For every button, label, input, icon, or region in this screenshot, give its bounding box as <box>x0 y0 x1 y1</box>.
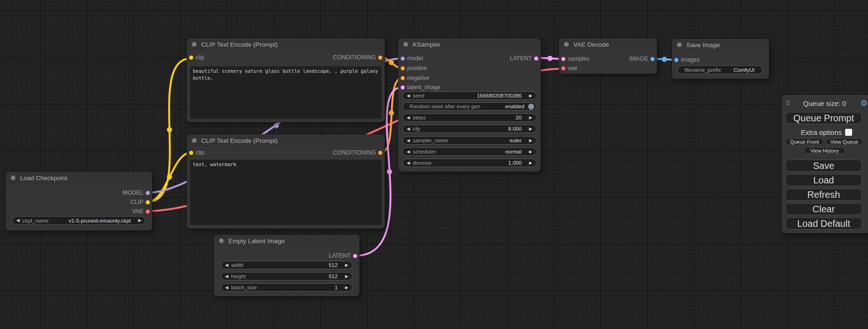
node-ksampler[interactable]: KSampler model positive negative latent_… <box>398 38 541 172</box>
input-port-positive: positive <box>398 63 427 73</box>
widget-label: ckpt_name <box>22 218 49 224</box>
model-port-dot[interactable] <box>401 56 405 61</box>
increment-arrow-icon[interactable]: ▶ <box>138 218 141 223</box>
clear-button[interactable]: Clear <box>785 203 862 215</box>
node-graph-canvas[interactable]: Load Checkpoint MODEL CLIP VAE ◀ ckpt_na… <box>0 0 868 329</box>
node-title-bar[interactable]: CLIP Text Encode (Prompt) <box>187 134 385 147</box>
filename-prefix-widget[interactable]: filename_prefix ComfyUI <box>677 65 762 74</box>
increment-arrow-icon[interactable]: ▶ <box>345 286 348 290</box>
node-title: CLIP Text Encode (Prompt) <box>201 41 278 48</box>
decrement-arrow-icon[interactable]: ◀ <box>407 161 410 165</box>
toggle-knob-icon[interactable] <box>528 104 534 110</box>
decrement-arrow-icon[interactable]: ◀ <box>407 116 410 120</box>
settings-gear-icon[interactable]: ⚙ <box>861 99 868 107</box>
seed-widget[interactable]: ◀ seed 156680208700286 ▶ <box>402 91 536 100</box>
collapse-dot-icon[interactable] <box>403 42 408 47</box>
decrement-arrow-icon[interactable]: ◀ <box>407 127 410 131</box>
latent-port-dot[interactable] <box>561 57 565 61</box>
node-title-bar[interactable]: CLIP Text Encode (Prompt) <box>187 38 385 50</box>
height-widget[interactable]: ◀ height 512 ▶ <box>221 272 353 280</box>
increment-arrow-icon[interactable]: ▶ <box>529 127 532 131</box>
node-title-bar[interactable]: VAE Decode <box>559 38 657 50</box>
widget-label: scheduler <box>413 149 436 154</box>
vae-port-dot[interactable] <box>146 210 150 214</box>
node-clip-text-encode-positive[interactable]: CLIP Text Encode (Prompt) clip CONDITION… <box>187 38 385 122</box>
model-port-dot[interactable] <box>146 191 150 195</box>
refresh-button[interactable]: Refresh <box>785 189 862 201</box>
button-label: View History <box>811 148 839 154</box>
collapse-dot-icon[interactable] <box>11 175 15 180</box>
collapse-dot-icon[interactable] <box>219 238 224 243</box>
node-load-checkpoint[interactable]: Load Checkpoint MODEL CLIP VAE ◀ ckpt_na… <box>6 172 152 231</box>
extra-options-checkbox[interactable] <box>845 129 852 136</box>
image-port-dot[interactable] <box>650 57 655 61</box>
vae-port-dot[interactable] <box>561 66 565 70</box>
queue-prompt-button[interactable]: Queue Prompt <box>785 112 862 124</box>
increment-arrow-icon[interactable]: ▶ <box>529 161 532 165</box>
clip-port-dot[interactable] <box>189 151 193 155</box>
decrement-arrow-icon[interactable]: ◀ <box>16 218 20 223</box>
load-button[interactable]: Load <box>785 174 862 186</box>
node-save-image[interactable]: Save Image images filename_prefix ComfyU… <box>672 39 769 79</box>
node-title-bar[interactable]: Save Image <box>672 39 769 51</box>
cfg-widget[interactable]: ◀ cfg 8.000 ▶ <box>402 125 536 133</box>
ckpt-name-widget[interactable]: ◀ ckpt_name v1-5-pruned-emaonly.ckpt ▶ <box>12 216 146 225</box>
increment-arrow-icon[interactable]: ▶ <box>345 263 348 267</box>
decrement-arrow-icon[interactable]: ◀ <box>407 94 410 98</box>
decrement-arrow-icon[interactable]: ◀ <box>225 274 228 279</box>
port-label: CONDITIONING <box>333 149 376 156</box>
conditioning-port-dot[interactable] <box>378 56 382 60</box>
decrement-arrow-icon[interactable]: ◀ <box>225 263 228 267</box>
decrement-arrow-icon[interactable]: ◀ <box>407 150 410 154</box>
node-empty-latent-image[interactable]: Empty Latent Image LATENT ◀ width 512 ▶ … <box>214 235 360 296</box>
node-title-bar[interactable]: Load Checkpoint <box>6 172 152 184</box>
batch-size-widget[interactable]: ◀ batch_size 1 ▶ <box>221 283 353 292</box>
clip-port-dot[interactable] <box>146 200 150 204</box>
denoise-widget[interactable]: ◀ denoise 1.000 ▶ <box>402 159 536 167</box>
positive-prompt-textarea[interactable]: beautiful scenery nature glass bottle la… <box>190 66 381 119</box>
link-dot <box>387 169 392 175</box>
decrement-arrow-icon[interactable]: ◀ <box>225 286 228 290</box>
node-clip-text-encode-negative[interactable]: CLIP Text Encode (Prompt) clip CONDITION… <box>187 134 385 229</box>
widget-value: 1 <box>335 285 338 290</box>
conditioning-port-dot[interactable] <box>401 76 405 80</box>
collapse-dot-icon[interactable] <box>564 42 569 47</box>
increment-arrow-icon[interactable]: ▶ <box>529 116 532 120</box>
latent-port-dot[interactable] <box>401 85 405 90</box>
save-button[interactable]: Save <box>785 160 862 172</box>
clip-port-dot[interactable] <box>189 56 193 60</box>
latent-port-dot[interactable] <box>353 254 357 258</box>
collapse-dot-icon[interactable] <box>192 138 197 143</box>
random-seed-widget[interactable]: Random seed after every gen enabled <box>402 102 536 111</box>
increment-arrow-icon[interactable]: ▶ <box>345 274 348 279</box>
link-dot <box>274 123 279 128</box>
negative-prompt-textarea[interactable]: text, watermark <box>190 160 381 225</box>
view-queue-button[interactable]: View Queue <box>826 138 863 145</box>
steps-widget[interactable]: ◀ steps 20 ▶ <box>402 113 536 122</box>
increment-arrow-icon[interactable]: ▶ <box>529 139 532 143</box>
collapse-dot-icon[interactable] <box>677 42 682 47</box>
link-dot <box>389 60 394 65</box>
link-dot <box>662 57 667 62</box>
node-title-bar[interactable]: Empty Latent Image <box>214 235 360 247</box>
latent-port-dot[interactable] <box>534 56 538 61</box>
width-widget[interactable]: ◀ width 512 ▶ <box>221 261 353 269</box>
increment-arrow-icon[interactable]: ▶ <box>529 94 532 98</box>
conditioning-port-dot[interactable] <box>401 66 405 70</box>
node-vae-decode[interactable]: VAE Decode samples vae IMAGE <box>559 38 657 74</box>
scheduler-widget[interactable]: ◀ scheduler normal ▶ <box>402 147 536 156</box>
image-port-dot[interactable] <box>674 58 678 62</box>
button-label: Clear <box>812 204 835 215</box>
increment-arrow-icon[interactable]: ▶ <box>529 150 532 154</box>
conditioning-port-dot[interactable] <box>378 151 382 155</box>
node-title-bar[interactable]: KSampler <box>398 38 541 50</box>
load-default-button[interactable]: Load Default <box>785 217 862 230</box>
decrement-arrow-icon[interactable]: ◀ <box>407 139 410 143</box>
queue-front-button[interactable]: Queue Front <box>785 138 824 145</box>
collapse-dot-icon[interactable] <box>192 42 197 47</box>
widget-label: sampler_name <box>413 138 448 143</box>
sampler-name-widget[interactable]: ◀ sampler_name euler ▶ <box>402 136 536 145</box>
drag-handle-icon[interactable]: ⠿ <box>785 100 789 107</box>
output-port-clip: CLIP <box>130 197 152 207</box>
view-history-button[interactable]: View History <box>804 147 845 154</box>
